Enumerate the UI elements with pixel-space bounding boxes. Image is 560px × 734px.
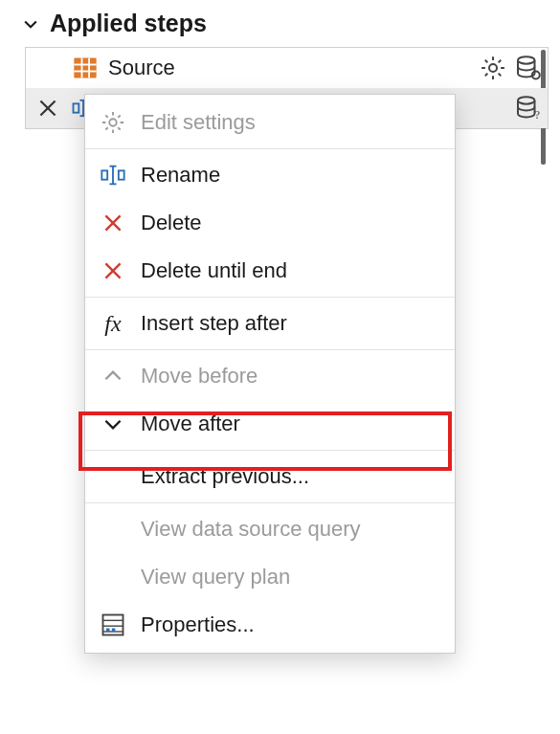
menu-view-query-plan: View query plan [85, 553, 455, 601]
delete-icon [99, 256, 127, 285]
menu-label: Edit settings [141, 110, 256, 135]
context-menu: Edit settings Rename Delete [84, 94, 456, 654]
menu-edit-settings: Edit settings [85, 99, 455, 146]
database-icon[interactable] [513, 54, 542, 82]
svg-rect-32 [112, 629, 116, 633]
table-icon [72, 55, 99, 81]
step-row-source[interactable]: Source [26, 48, 548, 88]
step-label: Source [108, 56, 469, 80]
properties-icon [99, 611, 127, 639]
menu-move-after[interactable]: Move after [85, 400, 455, 448]
menu-label: Delete [141, 211, 202, 235]
svg-rect-19 [119, 170, 124, 179]
svg-point-5 [489, 64, 497, 72]
gear-icon [99, 108, 127, 137]
menu-label: Move before [141, 364, 258, 389]
menu-label: View query plan [141, 565, 290, 589]
menu-label: Delete until end [141, 258, 287, 283]
chevron-down-icon [21, 14, 40, 33]
fx-icon: fx [99, 309, 127, 338]
applied-steps-header[interactable]: Applied steps [21, 6, 560, 47]
menu-view-data-source-query: View data source query [85, 505, 455, 553]
menu-extract-previous[interactable]: Extract previous... [85, 453, 455, 500]
menu-label: Extract previous... [141, 464, 309, 489]
menu-label: Move after [141, 411, 240, 436]
menu-rename[interactable]: Rename [85, 151, 455, 199]
svg-text:?: ? [535, 108, 541, 122]
no-icon [99, 563, 127, 591]
gear-icon[interactable] [479, 54, 507, 82]
menu-insert-step-after[interactable]: fx Insert step after [85, 300, 455, 347]
no-icon [99, 462, 127, 491]
delete-icon [99, 209, 127, 237]
svg-rect-31 [106, 629, 110, 633]
svg-point-17 [109, 119, 116, 125]
menu-delete[interactable]: Delete [85, 199, 455, 247]
chevron-down-icon [99, 410, 127, 438]
database-question-icon[interactable]: ? [513, 94, 542, 122]
svg-rect-18 [101, 170, 107, 179]
menu-label: View data source query [141, 517, 361, 542]
rename-icon [99, 161, 127, 189]
no-icon [99, 515, 127, 544]
menu-label: Properties... [141, 612, 255, 637]
svg-point-15 [518, 97, 535, 104]
menu-label: Rename [141, 163, 220, 188]
menu-properties[interactable]: Properties... [85, 601, 455, 649]
panel-title: Applied steps [50, 10, 207, 37]
svg-rect-10 [74, 103, 79, 112]
svg-point-6 [518, 56, 535, 64]
delete-step-icon[interactable] [35, 96, 60, 121]
chevron-up-icon [99, 362, 127, 390]
menu-delete-until-end[interactable]: Delete until end [85, 247, 455, 295]
menu-move-before: Move before [85, 352, 455, 400]
svg-rect-0 [74, 58, 96, 78]
menu-label: Insert step after [141, 311, 287, 336]
